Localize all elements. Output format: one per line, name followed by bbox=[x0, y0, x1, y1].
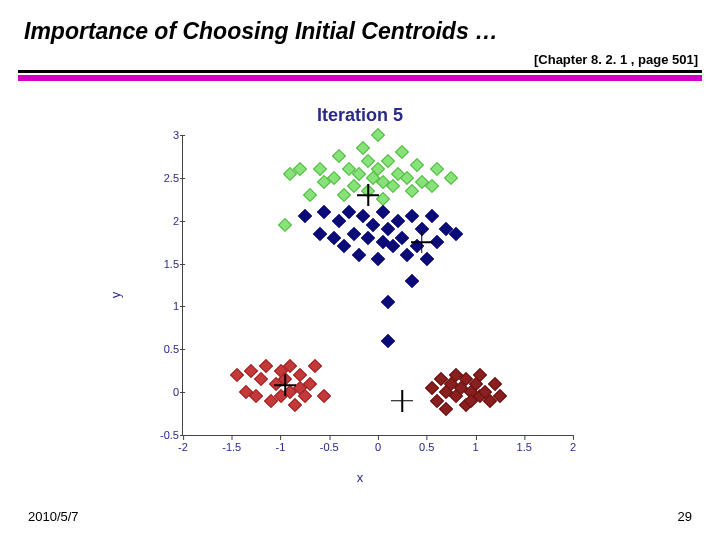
data-point bbox=[278, 218, 292, 232]
y-tick: 1 bbox=[149, 300, 179, 312]
data-point bbox=[371, 128, 385, 142]
data-point bbox=[381, 334, 395, 348]
chart-title: Iteration 5 bbox=[120, 105, 600, 126]
data-point bbox=[230, 368, 244, 382]
x-tick: 1.5 bbox=[517, 441, 532, 453]
x-axis-label: x bbox=[120, 470, 600, 485]
y-tick: -0.5 bbox=[149, 429, 179, 441]
data-point bbox=[405, 184, 419, 198]
x-tick: 2 bbox=[570, 441, 576, 453]
y-tick: 2.5 bbox=[149, 172, 179, 184]
data-point bbox=[351, 248, 365, 262]
slide-title: Importance of Choosing Initial Centroids… bbox=[24, 18, 498, 45]
x-tick: -1.5 bbox=[222, 441, 241, 453]
plot-area: -2-1.5-1-0.500.511.52-0.500.511.522.53 bbox=[182, 135, 573, 436]
data-point bbox=[332, 149, 346, 163]
y-tick: 2 bbox=[149, 215, 179, 227]
data-point bbox=[444, 171, 458, 185]
data-point bbox=[429, 162, 443, 176]
kmeans-scatter-chart: Iteration 5 y x -2-1.5-1-0.500.511.52-0.… bbox=[120, 105, 600, 485]
y-tick: 0.5 bbox=[149, 343, 179, 355]
data-point bbox=[317, 205, 331, 219]
data-point bbox=[317, 389, 331, 403]
data-point bbox=[342, 205, 356, 219]
data-point bbox=[312, 227, 326, 241]
x-tick: -1 bbox=[276, 441, 286, 453]
data-point bbox=[439, 402, 453, 416]
y-tick: 1.5 bbox=[149, 258, 179, 270]
data-point bbox=[288, 398, 302, 412]
centroid-marker bbox=[274, 374, 296, 396]
centroid-marker bbox=[391, 390, 413, 412]
x-tick: 0 bbox=[375, 441, 381, 453]
data-point bbox=[381, 154, 395, 168]
data-point bbox=[405, 209, 419, 223]
data-point bbox=[347, 227, 361, 241]
chapter-ref: [Chapter 8. 2. 1 , page 501] bbox=[534, 52, 698, 67]
x-tick: -2 bbox=[178, 441, 188, 453]
centroid-marker bbox=[411, 231, 433, 253]
x-tick: 0.5 bbox=[419, 441, 434, 453]
data-point bbox=[395, 145, 409, 159]
data-point bbox=[332, 214, 346, 228]
data-point bbox=[410, 158, 424, 172]
y-tick: 0 bbox=[149, 386, 179, 398]
footer-date: 2010/5/7 bbox=[28, 509, 79, 524]
centroid-marker bbox=[357, 184, 379, 206]
data-point bbox=[366, 218, 380, 232]
data-point bbox=[303, 188, 317, 202]
title-underline bbox=[18, 70, 702, 81]
data-point bbox=[308, 359, 322, 373]
data-point bbox=[425, 209, 439, 223]
data-point bbox=[405, 274, 419, 288]
data-point bbox=[381, 295, 395, 309]
data-point bbox=[371, 252, 385, 266]
x-tick: -0.5 bbox=[320, 441, 339, 453]
y-axis-label: y bbox=[108, 292, 123, 299]
y-tick: 3 bbox=[149, 129, 179, 141]
data-point bbox=[254, 372, 268, 386]
data-point bbox=[337, 188, 351, 202]
data-point bbox=[361, 231, 375, 245]
data-point bbox=[376, 205, 390, 219]
data-point bbox=[420, 252, 434, 266]
data-point bbox=[337, 239, 351, 253]
data-point bbox=[356, 141, 370, 155]
x-tick: 1 bbox=[472, 441, 478, 453]
footer-page-number: 29 bbox=[678, 509, 692, 524]
data-point bbox=[312, 162, 326, 176]
data-point bbox=[298, 209, 312, 223]
